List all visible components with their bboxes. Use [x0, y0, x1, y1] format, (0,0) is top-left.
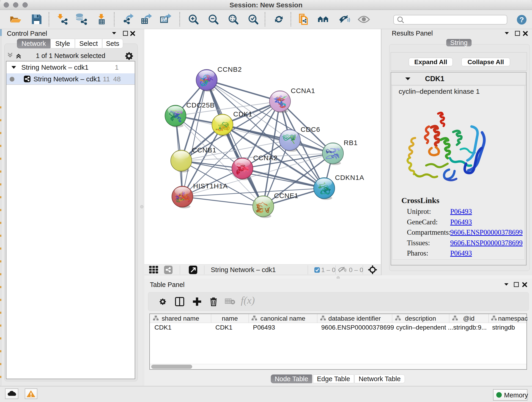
- svg-text:CCNB2: CCNB2: [217, 65, 242, 73]
- svg-text:CCNA1: CCNA1: [291, 87, 315, 95]
- svg-text:CDK1: CDK1: [233, 110, 253, 118]
- svg-text:HIST1H1A: HIST1H1A: [193, 182, 228, 190]
- svg-text:CDC6: CDC6: [301, 126, 320, 133]
- svg-text:CDC25B: CDC25B: [186, 101, 215, 109]
- svg-text:?: ?: [519, 16, 524, 24]
- svg-text:CDKN1A: CDKN1A: [335, 174, 364, 181]
- svg-text:RB1: RB1: [344, 139, 358, 147]
- svg-text:CCNA2: CCNA2: [253, 154, 278, 162]
- svg-text:CCNB1: CCNB1: [192, 146, 216, 154]
- svg-text:CCNE1: CCNE1: [274, 192, 298, 199]
